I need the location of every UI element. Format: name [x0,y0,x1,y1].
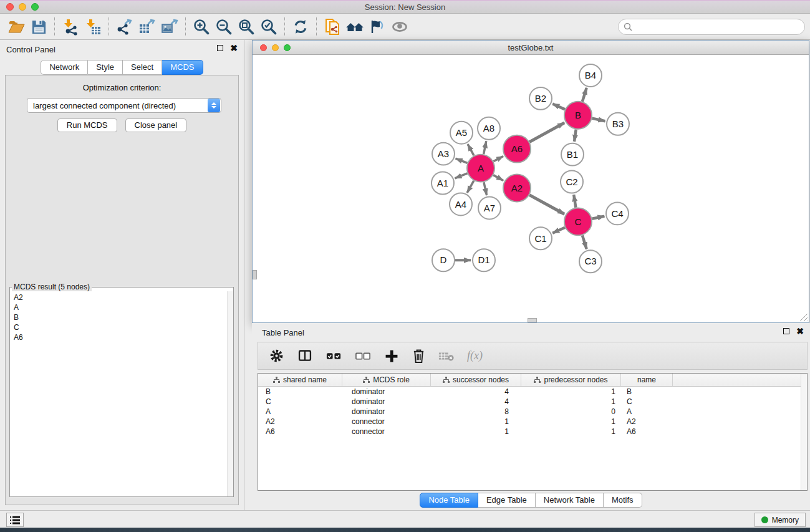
edge-A6-B[interactable] [529,123,564,142]
table-row[interactable]: Cdominator41C [258,397,807,407]
column-header-predecessor-nodes[interactable]: predecessor nodes [521,374,621,386]
node-A8[interactable]: A8 [478,117,500,140]
table-settings-button[interactable] [269,348,284,364]
home-button[interactable] [344,16,366,37]
edge-A-A4[interactable] [467,181,474,193]
select-all-columns-button[interactable] [325,350,342,362]
tab-select[interactable]: Select [123,60,162,75]
export-image-button[interactable] [158,16,181,37]
float-table-panel-icon[interactable] [783,328,789,334]
close-panel-icon[interactable]: ✖ [230,45,238,51]
edge-C-C3[interactable] [582,235,587,249]
table-row[interactable]: A2connector11A2 [258,417,807,427]
node-A6[interactable]: A6 [503,135,531,163]
edge-A-A3[interactable] [456,158,468,163]
edge-C-C2[interactable] [574,195,576,208]
open-session-button[interactable] [5,16,27,37]
edge-B-B1[interactable] [574,130,576,142]
float-panel-icon[interactable] [217,45,223,51]
node-B[interactable]: B [564,102,592,129]
edge-A-A1[interactable] [455,173,468,178]
delete-column-button[interactable] [412,348,426,364]
tab-node-table[interactable]: Node Table [420,493,478,508]
node-A7[interactable]: A7 [478,196,501,219]
edge-A-A6[interactable] [493,156,503,161]
network-graph[interactable]: AA1A2A3A4A5A6A7A8BB1B2B3B4CC1C2C3C4DD1 [253,56,809,322]
table-row[interactable]: Adominator80A [258,407,807,417]
edge-A-A5[interactable] [468,144,474,155]
canvas-vertical-scroll-thumb[interactable] [253,270,257,279]
edge-C-C4[interactable] [592,216,605,219]
node-D[interactable]: D [432,249,455,271]
run-mcds-button[interactable]: Run MCDS [57,118,117,132]
tab-mcds[interactable]: MCDS [162,60,203,75]
node-C[interactable]: C [564,208,592,235]
node-C2[interactable]: C2 [561,171,583,193]
column-header-name[interactable]: name [621,374,673,386]
zoom-selected-button[interactable] [258,16,280,37]
node-C3[interactable]: C3 [579,250,602,273]
show-columns-button[interactable] [297,348,313,364]
tab-motifs[interactable]: Motifs [604,493,642,508]
zoom-in-button[interactable] [190,16,213,37]
node-B1[interactable]: B1 [561,143,584,166]
table-row[interactable]: A6connector11A6 [258,427,807,437]
export-network-button[interactable] [113,16,136,37]
column-header-successor-nodes[interactable]: successor nodes [431,374,521,386]
column-header-shared-name[interactable]: shared name [258,374,342,386]
node-C4[interactable]: C4 [606,202,629,225]
result-item[interactable]: B [10,312,227,322]
edge-C-C1[interactable] [552,228,565,233]
import-table-button[interactable] [82,16,104,37]
table-scrollbar[interactable] [801,374,807,490]
import-network-button[interactable] [59,16,82,37]
edge-A-A2[interactable] [493,175,503,181]
zoom-out-button[interactable] [213,16,235,37]
edge-A2-C[interactable] [529,195,564,215]
node-A4[interactable]: A4 [450,193,472,215]
node-B3[interactable]: B3 [607,113,629,135]
node-A5[interactable]: A5 [450,122,473,144]
unselect-all-columns-button[interactable] [355,350,372,362]
close-table-panel-icon[interactable]: ✖ [796,328,804,334]
memory-button[interactable]: Memory [755,513,806,527]
node-A1[interactable]: A1 [432,172,454,195]
create-column-button[interactable] [384,349,399,364]
node-B4[interactable]: B4 [579,64,602,87]
node-A2[interactable]: A2 [503,175,531,202]
edge-B-B4[interactable] [582,88,587,102]
result-item[interactable]: A6 [10,332,227,342]
edge-A-A8[interactable] [484,141,486,154]
tab-network-table[interactable]: Network Table [536,493,604,508]
network-from-selection-button[interactable] [321,16,344,37]
save-session-button[interactable] [27,16,50,37]
edge-B-B2[interactable] [552,104,565,109]
zoom-fit-button[interactable] [235,16,258,37]
refresh-view-button[interactable] [289,16,312,37]
column-header-MCDS-role[interactable]: MCDS role [342,374,431,386]
result-scrollbar[interactable] [227,291,233,496]
search-input[interactable] [632,22,804,32]
export-table-button[interactable] [136,16,158,37]
tab-network[interactable]: Network [41,60,88,75]
result-item[interactable]: C [10,322,227,332]
node-A[interactable]: A [467,155,494,182]
node-A3[interactable]: A3 [432,143,455,165]
node-C1[interactable]: C1 [529,227,552,249]
node-B2[interactable]: B2 [529,87,552,110]
tab-style[interactable]: Style [88,60,123,75]
network-canvas[interactable]: AA1A2A3A4A5A6A7A8BB1B2B3B4CC1C2C3C4DD1 [253,56,809,322]
tab-edge-table[interactable]: Edge Table [478,493,536,508]
network-window-titlebar[interactable]: testGlobe.txt [253,41,809,55]
table-row[interactable]: Bdominator41B [258,387,807,397]
node-D1[interactable]: D1 [473,249,495,271]
show-panels-button[interactable] [6,513,24,527]
edge-A-A7[interactable] [484,182,487,195]
optimization-criterion-dropdown[interactable]: largest connected component (directed) [27,98,221,113]
result-item[interactable]: A2 [10,293,227,302]
result-item[interactable]: A [10,302,227,312]
canvas-horizontal-scroll-thumb[interactable] [528,318,537,322]
toggle-graphics-details-button[interactable] [366,16,388,37]
edge-B-B3[interactable] [592,118,605,122]
close-panel-button[interactable]: Close panel [125,118,187,132]
